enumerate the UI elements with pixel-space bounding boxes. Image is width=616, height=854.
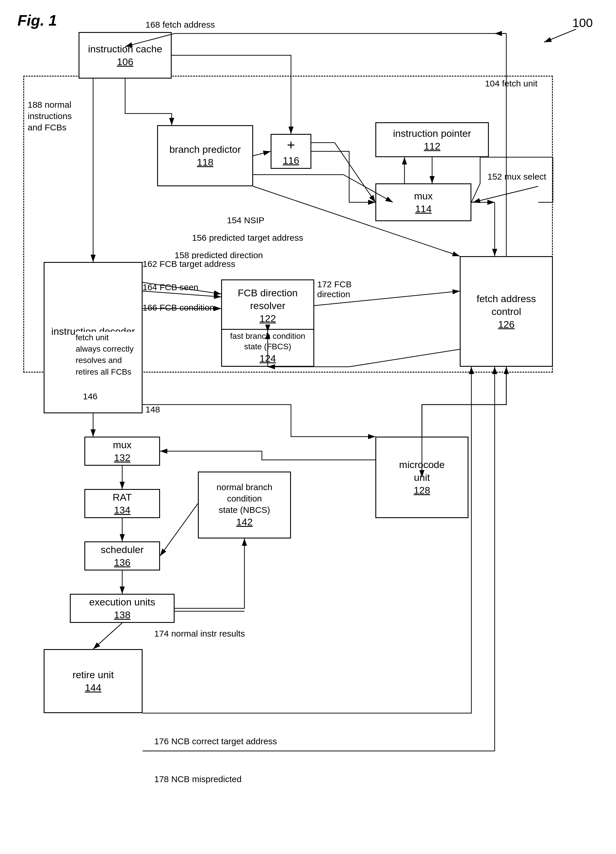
scheduler-box: scheduler 136: [84, 541, 160, 570]
branch-predictor-box: branch predictor 118: [157, 125, 253, 186]
fetch-always-label: fetch unit always correctly resolves and…: [76, 332, 134, 378]
fetch-unit-label: 104 fetch unit: [485, 79, 537, 88]
nbcs-box: normal branch condition state (NBCS) 142: [198, 471, 291, 538]
fcb-seen-label: 164 FCB seen: [143, 282, 198, 292]
normal-instructions-label: 188 normal instructions and FCBs: [27, 99, 80, 133]
execution-units-box: execution units 138: [70, 594, 175, 623]
instruction-pointer-box: instruction pointer 112: [375, 122, 489, 157]
svg-line-19: [160, 503, 198, 556]
fcb-target-label: 162 FCB target address: [143, 259, 235, 269]
adder-box: + 116: [271, 134, 311, 169]
microcode-unit-box: microcode unit 128: [375, 437, 468, 518]
rat-box: RAT 134: [84, 489, 160, 518]
svg-line-4: [544, 29, 576, 42]
fcb-condition-label: 166 FCB condition: [143, 303, 215, 313]
instruction-cache-box: instruction cache 106: [79, 32, 172, 79]
ref-num: 100: [572, 16, 593, 30]
ncb-mispredicted-label: 178 NCB mispredicted: [154, 774, 241, 784]
normal-instr-results-label: 174 normal instr results: [154, 629, 245, 639]
svg-line-20: [93, 623, 122, 649]
retire-unit-box: retire unit 144: [44, 649, 143, 713]
fbcs-box: fast branch condition state (FBCS) 124: [221, 329, 314, 367]
label-148: 148: [145, 404, 160, 415]
label-146: 146: [83, 392, 98, 401]
fig-label: Fig. 1: [17, 12, 57, 29]
mux-box: mux 114: [375, 183, 471, 221]
predicted-target-label: 156 predicted target address: [192, 233, 303, 243]
mux-select-label: 152 mux select: [487, 172, 546, 181]
predicted-direction-label: 158 predicted direction: [175, 250, 263, 260]
fcb-direction-label: 172 FCB direction: [317, 279, 352, 299]
mux132-box: mux 132: [84, 437, 160, 466]
fcb-direction-resolver-box: FCB direction resolver 122: [221, 279, 314, 332]
fetch-address-control-box: fetch address control 126: [460, 256, 553, 367]
ncb-correct-target-label: 176 NCB correct target address: [154, 737, 277, 746]
nsip-label: 154 NSIP: [227, 215, 264, 225]
fetch-address-label: 168 fetch address: [145, 20, 215, 30]
